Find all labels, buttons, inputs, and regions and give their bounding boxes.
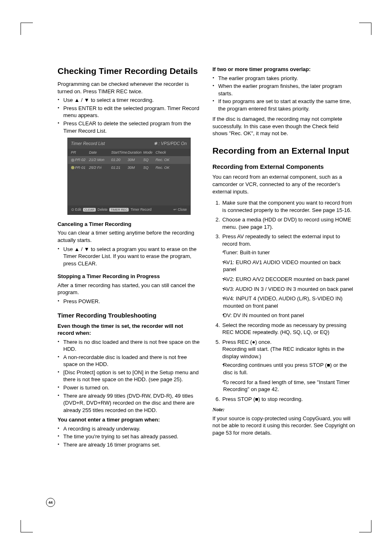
crop-mark xyxy=(21,23,33,35)
step-5: Press REC (●) once. Recording will start… xyxy=(221,339,355,393)
list-item: There are already 16 timer programs set. xyxy=(58,441,200,449)
intro-text: Programming can be checked whenever the … xyxy=(58,81,200,95)
crop-mark xyxy=(359,23,371,35)
page-content: Checking Timer Recording Details Program… xyxy=(58,66,355,451)
list-item: When the earlier program finishes, the l… xyxy=(212,83,355,97)
col-pr: PR xyxy=(71,150,89,155)
table-row: PR-01 25/2 Fri 01:21 30M SQ Rec. OK xyxy=(68,164,190,171)
table-row: PR-02 21/2 Mon 01:20 30M SQ Rec. OK xyxy=(68,156,190,164)
step-3-sub: Tuner: Built-in tuner AV1: EURO AV1 AUDI… xyxy=(222,249,355,319)
ts-even-heading: Even though the timer is set, the record… xyxy=(58,322,200,337)
cancel-bullets: Use ▲ / ▼ to select a program you want t… xyxy=(58,246,200,267)
note-text: If your source is copy-protected using C… xyxy=(212,415,355,437)
list-item: Press CLEAR to delete the selected progr… xyxy=(58,120,200,134)
stop-text: After a timer recording has started, you… xyxy=(58,282,200,296)
cell: PR-02 xyxy=(71,157,89,162)
trl-footer-right: ↩ Close xyxy=(173,207,187,212)
list-item: AV1: EURO AV1 AUDIO VIDEO mounted on bac… xyxy=(222,259,355,273)
heading-recording-external: Recording from an External Input xyxy=(212,145,355,156)
heading-troubleshooting: Timer Recording Troubleshooting xyxy=(58,311,200,320)
clock-icon xyxy=(71,166,74,169)
list-item: Tuner: Built-in tuner xyxy=(222,249,355,256)
list-item: AV2: EURO A/V2 DECODER mounted on back p… xyxy=(222,276,355,283)
cell: 21/2 Mon xyxy=(89,157,111,162)
heading-stopping: Stopping a Timer Recording in Progress xyxy=(58,273,200,280)
cell: 30M xyxy=(128,157,143,162)
trl-title: Timer Record List xyxy=(71,140,105,146)
heading-external-components: Recording from External Components xyxy=(212,163,355,171)
trl-columns: PR Date StartTime Duration Mode Check xyxy=(68,149,190,156)
cell: Rec. OK xyxy=(156,165,187,170)
trl-footer-left: ⊙ Edit CLEAR Delete TIMER REC Timer Reco… xyxy=(71,207,152,212)
list-item: To record for a fixed length of time, se… xyxy=(222,379,355,393)
list-item: Use ▲ / ▼ to select a program you want t… xyxy=(58,246,200,267)
list-item: The time you're trying to set has alread… xyxy=(58,433,200,440)
ts-cannot-heading: You cannot enter a timer program when: xyxy=(58,416,200,424)
list-item: AV4: INPUT 4 (VIDEO, AUDIO (L/R), S-VIDE… xyxy=(222,295,355,309)
stop-bullets: Press POWER. xyxy=(58,298,200,305)
cell: 01:20 xyxy=(111,157,128,162)
row-icon xyxy=(71,159,74,162)
cell: Rec. OK xyxy=(156,157,187,162)
trl-footer: ⊙ Edit CLEAR Delete TIMER REC Timer Reco… xyxy=(68,205,190,214)
list-item: A non-recordable disc is loaded and ther… xyxy=(58,354,200,368)
cell: PR-01 xyxy=(71,165,89,170)
overlap-bullets: The earlier program takes priority. When… xyxy=(212,75,355,113)
list-item: There are already 99 titles (DVD-RW, DVD… xyxy=(58,392,200,414)
step-2: Choose a media (HDD or DVD) to record us… xyxy=(221,216,355,230)
cell: 25/2 Fri xyxy=(89,165,111,170)
step-5-sub: Recording continues until you press STOP… xyxy=(222,362,355,393)
list-item: AV3: AUDIO IN 3 / VIDEO IN 3 mounted on … xyxy=(222,286,355,293)
heading-canceling: Canceling a Timer Recording xyxy=(58,221,200,228)
note-label: Note: xyxy=(212,406,355,413)
cell: 30M xyxy=(128,165,143,170)
cell: SQ xyxy=(143,157,156,162)
step-4: Select the recording mode as necessary b… xyxy=(221,322,355,336)
step-3: Press AV repeatedly to select the extern… xyxy=(221,233,355,319)
step-1: Make sure that the component you want to… xyxy=(221,199,355,214)
ts-even-bullets: There is no disc loaded and there is not… xyxy=(58,339,200,414)
cell: SQ xyxy=(143,165,156,170)
crop-mark xyxy=(359,520,371,532)
damage-text: If the disc is damaged, the recording ma… xyxy=(212,115,355,137)
list-item: Press POWER. xyxy=(58,298,200,305)
timer-record-list-screenshot: Timer Record List ✱ : VPS/PDC On PR Date… xyxy=(67,138,191,215)
heading-checking-timer: Checking Timer Recording Details xyxy=(58,66,200,76)
external-intro: You can record from an external componen… xyxy=(212,173,355,195)
list-item: The earlier program takes priority. xyxy=(212,75,355,82)
cell: 01:21 xyxy=(111,165,128,170)
col-start: StartTime xyxy=(111,150,128,155)
crop-mark xyxy=(21,520,33,532)
col-mode: Mode xyxy=(143,150,156,155)
list-item: A recording is already underway. xyxy=(58,425,200,433)
trl-body: PR-02 21/2 Mon 01:20 30M SQ Rec. OK PR-0… xyxy=(68,156,190,205)
ts-cannot-bullets: A recording is already underway. The tim… xyxy=(58,425,200,449)
list-item: Recording continues until you press STOP… xyxy=(222,362,355,376)
left-column: Checking Timer Recording Details Program… xyxy=(58,66,200,451)
list-item: Press ENTER to edit the selected program… xyxy=(58,105,200,119)
cancel-text: You can clear a timer setting anytime be… xyxy=(58,229,200,244)
list-item: Power is turned on. xyxy=(58,384,200,391)
external-steps: Make sure that the component you want to… xyxy=(212,199,355,403)
list-item: DV: DV IN mounted on front panel xyxy=(222,312,355,319)
intro-bullets: Use ▲ / ▼ to select a timer recording. P… xyxy=(58,97,200,134)
step-6: Press STOP (■) to stop recording. xyxy=(221,396,355,403)
right-column: If two or more timer programs overlap: T… xyxy=(212,66,355,451)
list-item: If two programs are set to start at exac… xyxy=(212,98,355,112)
col-duration: Duration xyxy=(128,150,143,155)
list-item: There is no disc loaded and there is not… xyxy=(58,339,200,353)
page-number: 44 xyxy=(46,498,55,507)
col-check: Check xyxy=(156,150,187,155)
list-item: [Disc Protect] option is set to [ON] in … xyxy=(58,369,200,383)
col-date: Date xyxy=(89,150,111,155)
trl-vps: ✱ : VPS/PDC On xyxy=(154,140,187,146)
overlap-heading: If two or more timer programs overlap: xyxy=(212,66,355,73)
list-item: Use ▲ / ▼ to select a timer recording. xyxy=(58,97,200,104)
